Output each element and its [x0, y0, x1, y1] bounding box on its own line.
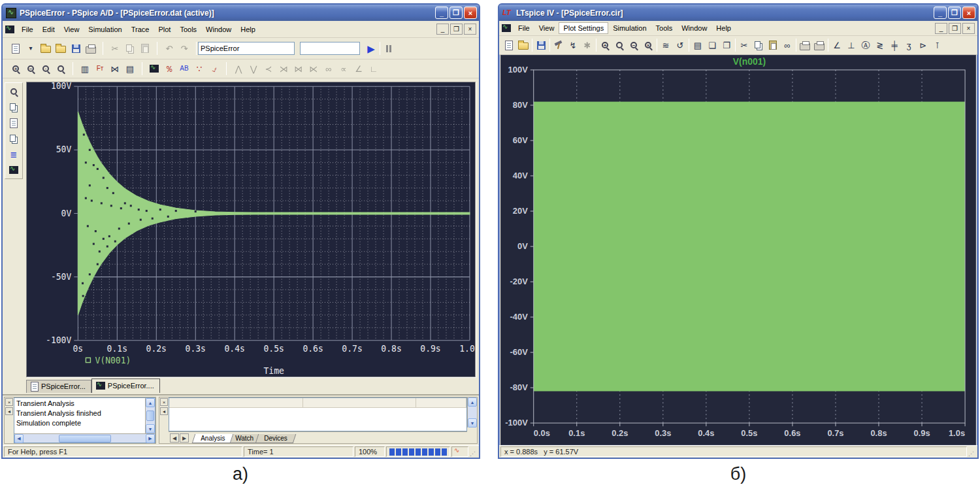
scroll-left-icon[interactable]: ◀: [14, 434, 24, 443]
open-simulation-button[interactable]: [54, 41, 68, 56]
performance-analysis-button[interactable]: ％: [162, 61, 176, 76]
print-button[interactable]: [84, 41, 98, 56]
lt-mdi-close-button[interactable]: ×: [962, 23, 975, 34]
ltspice-menu-window[interactable]: Window: [677, 22, 711, 34]
status-vertical-scrollbar[interactable]: ▲ ▼: [145, 398, 155, 433]
save-button[interactable]: [69, 41, 83, 56]
results-scroll-down-icon[interactable]: ▼: [468, 418, 477, 428]
plot-settings-button[interactable]: ↺: [673, 38, 687, 52]
redo-button[interactable]: ↷: [177, 41, 191, 56]
results-tab-devices[interactable]: Devices: [255, 434, 296, 443]
resize-grip[interactable]: ⋰: [470, 450, 478, 457]
lt-resize-grip[interactable]: ⋰: [968, 450, 976, 457]
run-simulation-button[interactable]: ▶: [364, 41, 378, 56]
lt-mdi-minimize-button[interactable]: _: [935, 23, 947, 34]
save-button[interactable]: [534, 38, 548, 52]
cursor-point-button[interactable]: ⋉: [306, 61, 321, 76]
cursor-search-button[interactable]: ∞: [321, 61, 336, 76]
collapse-output-pane-button[interactable]: ◂: [5, 407, 13, 415]
view-circuit-file-button[interactable]: [7, 101, 20, 114]
close-button[interactable]: ×: [464, 7, 477, 19]
pspice-titlebar[interactable]: PSpiceError - PSpice A/D - [PSpiceError.…: [3, 5, 479, 21]
cursor-min-button[interactable]: ⋊: [276, 61, 291, 76]
ltspice-menu-tools[interactable]: Tools: [651, 22, 678, 34]
paste-button[interactable]: [766, 38, 780, 52]
resistor-button[interactable]: ≷: [873, 38, 887, 52]
zoom-y-button[interactable]: ∟: [367, 61, 381, 76]
new-file-button[interactable]: [8, 41, 23, 56]
collapse-results-pane-button[interactable]: ◂: [160, 407, 168, 415]
scroll-down-icon[interactable]: ▼: [146, 424, 155, 433]
close-results-pane-button[interactable]: ×: [160, 398, 168, 406]
scroll-right-icon[interactable]: ▶: [146, 434, 155, 443]
zoom-out-button[interactable]: −: [24, 61, 38, 76]
view-results-button[interactable]: [7, 85, 20, 98]
zoom-x-button[interactable]: ∠: [351, 61, 366, 76]
label-net-button[interactable]: Ⓐ: [858, 38, 873, 52]
mark-voltage-button[interactable]: ∵: [192, 61, 206, 76]
halt-button[interactable]: ✱: [580, 38, 595, 52]
results-scroll-up-icon[interactable]: ▲: [468, 397, 477, 407]
component-button[interactable]: ⊺: [930, 38, 945, 52]
inductor-button[interactable]: ʒ: [902, 38, 916, 52]
output-window-button[interactable]: [7, 163, 20, 176]
cursor-slope-button[interactable]: ≺: [261, 61, 276, 76]
draw-wire-button[interactable]: ∠: [830, 38, 844, 52]
document-tab[interactable]: PSpiceError...: [26, 380, 91, 393]
close-output-pane-button[interactable]: ×: [5, 398, 13, 406]
minimize-button[interactable]: _: [435, 7, 448, 19]
control-panel-button[interactable]: [551, 38, 566, 52]
view-output-file-button[interactable]: [7, 116, 20, 129]
copy-button[interactable]: [123, 41, 137, 56]
mark-current-button[interactable]: ⍻: [207, 61, 221, 76]
diode-button[interactable]: ⊳: [916, 38, 930, 52]
ltspice-menu-file[interactable]: File: [514, 22, 534, 34]
pspice-plot-panel[interactable]: 100V50V0V-50V-100V0s0.1s0.2s0.3s0.4s0.5s…: [26, 82, 476, 377]
pspice-menu-view[interactable]: View: [59, 24, 84, 35]
ground-button[interactable]: ⊥: [844, 38, 858, 52]
mdi-close-button[interactable]: ×: [464, 24, 476, 35]
ltspice-menu-view[interactable]: View: [534, 22, 559, 34]
zoom-in-button[interactable]: +: [8, 61, 23, 76]
open-file-button[interactable]: [39, 41, 53, 56]
mdi-minimize-button[interactable]: _: [436, 24, 449, 35]
print-preview-button[interactable]: [798, 38, 812, 52]
scroll-up-icon[interactable]: ▲: [146, 398, 155, 407]
zoom-full-button[interactable]: ×: [641, 38, 655, 52]
pspice-menu-trace[interactable]: Trace: [127, 24, 154, 35]
find-button[interactable]: ∞: [780, 38, 794, 52]
tile-horizontal-button[interactable]: ▤: [691, 38, 705, 52]
simulation-status-list[interactable]: Transient AnalysisTransient Analysis fin…: [14, 398, 145, 433]
cursor-max-button[interactable]: ⋈: [291, 61, 306, 76]
undo-button[interactable]: ↶: [162, 41, 176, 56]
zoom-fit-button[interactable]: [612, 38, 627, 52]
zoom-in-button[interactable]: +: [598, 38, 612, 52]
plot-columns-button[interactable]: ▥: [78, 61, 92, 76]
lt-maximize-button[interactable]: ❐: [948, 7, 961, 19]
zoom-out-button[interactable]: −: [627, 38, 641, 52]
pspice-menu-file[interactable]: File: [17, 24, 38, 35]
pspice-menu-plot[interactable]: Plot: [154, 24, 175, 35]
capacitor-button[interactable]: ╪: [887, 38, 902, 52]
status-horizontal-scrollbar[interactable]: ◀ ▶: [14, 433, 155, 443]
ltspice-menu-help[interactable]: Help: [711, 22, 736, 34]
maximize-button[interactable]: ❐: [449, 7, 463, 19]
fft-button[interactable]: Fт: [93, 61, 107, 76]
trace-name-input[interactable]: [300, 42, 360, 55]
print-button[interactable]: [812, 38, 826, 52]
new-schematic-button[interactable]: [502, 38, 516, 52]
alternate-axis-button[interactable]: ⋈: [108, 61, 122, 76]
text-label-button[interactable]: AB: [177, 61, 191, 76]
tile-vertical-button[interactable]: ❏: [705, 38, 719, 52]
lt-minimize-button[interactable]: _: [934, 7, 947, 19]
cursor-eval-button[interactable]: ∝: [336, 61, 351, 76]
pspice-menu-edit[interactable]: Edit: [38, 24, 59, 35]
lt-close-button[interactable]: ×: [962, 7, 975, 19]
cut-button[interactable]: ✂: [737, 38, 751, 52]
tabs-scroll-right-button[interactable]: ▶: [180, 433, 189, 443]
ltspice-plot-panel[interactable]: V(n001)100V80V60V40V20V0V-20V-40V-60V-80…: [500, 55, 976, 445]
simulation-queue-button[interactable]: ≣: [7, 148, 20, 161]
autorange-button[interactable]: ≋: [659, 38, 673, 52]
simulation-name-input[interactable]: [198, 42, 295, 55]
zoom-fit-button[interactable]: [54, 61, 68, 76]
